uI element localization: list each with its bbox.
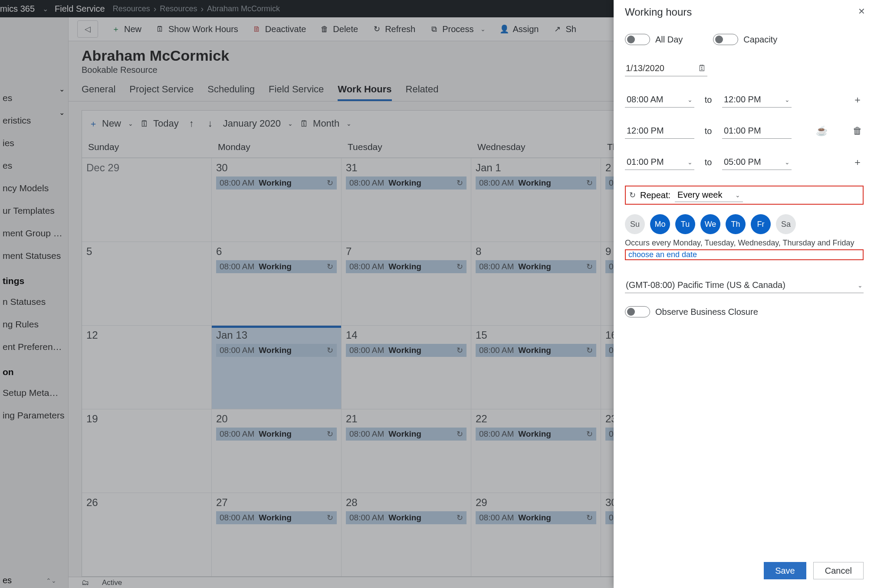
cancel-button[interactable]: Cancel bbox=[813, 562, 864, 579]
toggle-label: Capacity bbox=[743, 35, 777, 45]
time-to-input[interactable]: 05:00 PM⌄ bbox=[722, 154, 792, 170]
weekday-chip-mo[interactable]: Mo bbox=[650, 214, 670, 234]
time-from-input[interactable]: 01:00 PM⌄ bbox=[625, 154, 694, 170]
time-slot-row: 01:00 PM⌄to05:00 PM⌄＋ bbox=[625, 154, 864, 170]
modal-scrim[interactable] bbox=[0, 0, 614, 588]
chevron-down-icon: ⌄ bbox=[785, 96, 790, 103]
delete-slot-button[interactable]: 🗑 bbox=[851, 125, 864, 137]
panel-title: Working hours bbox=[625, 6, 864, 18]
save-button[interactable]: Save bbox=[764, 562, 806, 579]
time-to-input[interactable]: 01:00 PM bbox=[722, 123, 792, 139]
working-hours-panel: Working hours ✕ All Day Capacity 1/13/20… bbox=[614, 0, 874, 588]
calendar-icon[interactable]: 🗓 bbox=[698, 63, 706, 73]
weekday-chip-fr[interactable]: Fr bbox=[751, 214, 771, 234]
capacity-toggle[interactable]: Capacity bbox=[713, 34, 777, 45]
timezone-select[interactable]: (GMT-08:00) Pacific Time (US & Canada) ⌄ bbox=[625, 278, 864, 293]
recurrence-summary: Occurs every Monday, Tuesday, Wednesday,… bbox=[625, 238, 864, 248]
chevron-down-icon: ⌄ bbox=[735, 192, 740, 199]
weekday-chip-we[interactable]: We bbox=[700, 214, 720, 234]
toggle-switch[interactable] bbox=[625, 306, 650, 317]
chevron-down-icon: ⌄ bbox=[858, 282, 863, 289]
weekday-chip-su[interactable]: Su bbox=[625, 214, 645, 234]
weekday-chip-sa[interactable]: Sa bbox=[776, 214, 796, 234]
refresh-icon: ↻ bbox=[629, 190, 636, 200]
repeat-value: Every week bbox=[677, 190, 722, 200]
chevron-down-icon: ⌄ bbox=[687, 159, 693, 166]
toggle-label: All Day bbox=[655, 35, 683, 45]
time-to-input[interactable]: 12:00 PM⌄ bbox=[722, 92, 792, 108]
allday-toggle[interactable]: All Day bbox=[625, 34, 683, 45]
time-from-input[interactable]: 08:00 AM⌄ bbox=[625, 92, 694, 108]
to-label: to bbox=[702, 95, 714, 105]
weekday-picker: SuMoTuWeThFrSa bbox=[625, 214, 864, 234]
choose-end-date-link[interactable]: choose an end date bbox=[625, 249, 864, 260]
repeat-field[interactable]: ↻ Repeat: Every week ⌄ bbox=[625, 186, 864, 205]
weekday-chip-tu[interactable]: Tu bbox=[675, 214, 695, 234]
break-icon: ☕ bbox=[815, 125, 828, 137]
close-button[interactable]: ✕ bbox=[858, 6, 865, 16]
chevron-down-icon: ⌄ bbox=[687, 96, 693, 103]
toggle-label: Observe Business Closure bbox=[655, 307, 758, 317]
date-value: 1/13/2020 bbox=[626, 63, 664, 73]
toggle-switch[interactable] bbox=[713, 34, 738, 45]
time-from-input[interactable]: 12:00 PM bbox=[625, 123, 694, 139]
add-slot-button[interactable]: ＋ bbox=[851, 93, 864, 106]
time-slot-row: 12:00 PMto01:00 PM☕🗑 bbox=[625, 123, 864, 139]
to-label: to bbox=[702, 126, 714, 136]
chevron-down-icon: ⌄ bbox=[785, 159, 790, 166]
toggle-switch[interactable] bbox=[625, 34, 650, 45]
weekday-chip-th[interactable]: Th bbox=[726, 214, 746, 234]
time-slot-row: 08:00 AM⌄to12:00 PM⌄＋ bbox=[625, 92, 864, 108]
date-input[interactable]: 1/13/2020 🗓 bbox=[625, 61, 707, 76]
to-label: to bbox=[702, 157, 714, 167]
observe-closure-toggle[interactable]: Observe Business Closure bbox=[625, 306, 864, 317]
add-slot-button[interactable]: ＋ bbox=[851, 156, 864, 169]
repeat-label: Repeat: bbox=[640, 190, 670, 200]
timezone-value: (GMT-08:00) Pacific Time (US & Canada) bbox=[626, 280, 785, 290]
repeat-select[interactable]: Every week ⌄ bbox=[675, 188, 743, 202]
